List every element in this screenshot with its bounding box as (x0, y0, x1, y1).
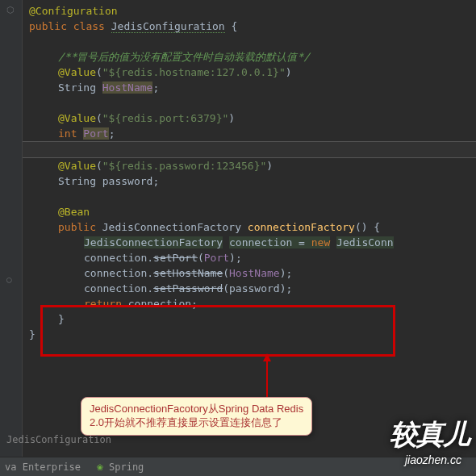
field-port: Port (83, 127, 108, 140)
code-editor[interactable]: @Configuration public class JedisConfigu… (23, 0, 476, 345)
string-hostname: "${redis.hostname:127.0.0.1}" (102, 66, 286, 78)
annotation-value: @Value (58, 66, 96, 78)
type-int: int (58, 127, 77, 140)
gutter-icon: ⬡ (6, 5, 15, 15)
return-type: JedisConnectionFactory (102, 221, 241, 233)
status-item-spring[interactable]: Spring (109, 461, 144, 473)
keyword-public: public (29, 20, 67, 32)
type-string: String (58, 81, 96, 94)
new-expression: JedisConn (336, 236, 393, 248)
annotation-value: @Value (58, 160, 96, 172)
watermark-sub: jiaozhen.cc (405, 453, 461, 466)
annotation-configuration: @Configuration (29, 5, 118, 17)
arrow-icon (266, 360, 268, 397)
annotation-bean: @Bean (58, 206, 90, 218)
callout-line1: JedisConnectionFacotory从Spring Data Redi… (90, 403, 303, 416)
field-hostname: HostName (102, 81, 153, 94)
method-name: connectionFactory (248, 221, 355, 233)
string-port: "${redis.port:6379}" (102, 112, 229, 124)
string-password: "${redis.password:123456}" (102, 160, 267, 172)
type-string: String (58, 175, 96, 187)
method-setport: setPort (153, 252, 198, 264)
callout-box: JedisConnectionFacotory从Spring Data Redi… (81, 397, 312, 436)
method-sethostname: setHostName (153, 267, 223, 279)
status-item-enterprise[interactable]: va Enterprise (5, 461, 81, 473)
editor-gutter: ⬡ ○ (0, 0, 23, 476)
comment-line: /**冒号后的值为没有配置文件时自动装载的默认值*/ (58, 51, 310, 63)
keyword-return: return (84, 298, 122, 310)
annotation-value: @Value (58, 112, 96, 124)
callout-line2: 2.0开始就不推荐直接显示设置连接信息了 (90, 416, 303, 430)
method-setpassword: setPassword (153, 282, 223, 294)
keyword-class: class (73, 20, 105, 32)
field-password: password (102, 175, 153, 187)
breadcrumb[interactable]: JedisConfiguration (6, 434, 111, 445)
spring-icon: ❀ (97, 461, 103, 473)
gutter-icon: ○ (6, 274, 12, 285)
class-name: JedisConfiguration (111, 20, 225, 33)
watermark-main: 较真儿 (390, 416, 470, 453)
caret-line[interactable] (23, 141, 476, 158)
